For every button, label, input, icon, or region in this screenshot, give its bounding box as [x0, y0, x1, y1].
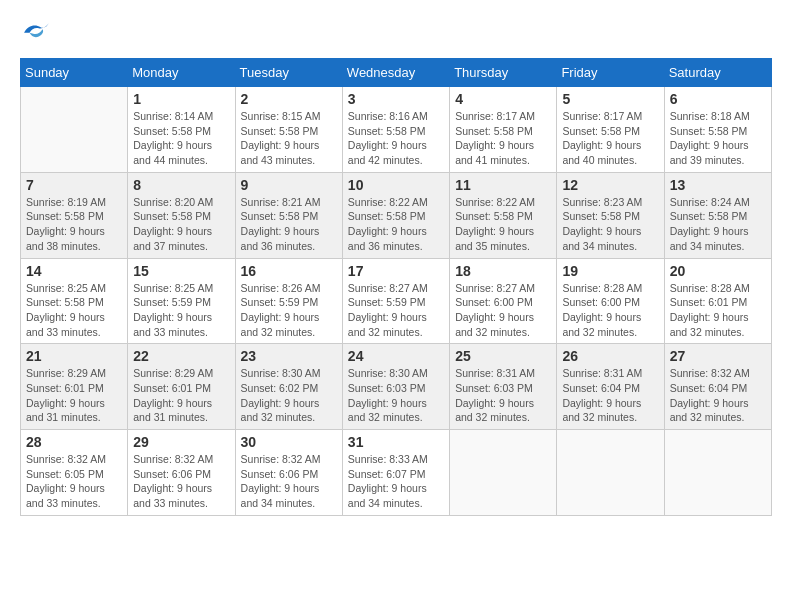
weekday-header-sunday: Sunday — [21, 59, 128, 87]
day-number: 16 — [241, 263, 337, 279]
day-info: Sunrise: 8:31 AMSunset: 6:04 PMDaylight:… — [562, 366, 658, 425]
calendar-cell: 15Sunrise: 8:25 AMSunset: 5:59 PMDayligh… — [128, 258, 235, 344]
calendar-cell: 26Sunrise: 8:31 AMSunset: 6:04 PMDayligh… — [557, 344, 664, 430]
calendar-cell: 25Sunrise: 8:31 AMSunset: 6:03 PMDayligh… — [450, 344, 557, 430]
day-number: 12 — [562, 177, 658, 193]
calendar-week-row: 1Sunrise: 8:14 AMSunset: 5:58 PMDaylight… — [21, 87, 772, 173]
day-number: 6 — [670, 91, 766, 107]
day-number: 20 — [670, 263, 766, 279]
day-number: 1 — [133, 91, 229, 107]
day-info: Sunrise: 8:31 AMSunset: 6:03 PMDaylight:… — [455, 366, 551, 425]
day-info: Sunrise: 8:23 AMSunset: 5:58 PMDaylight:… — [562, 195, 658, 254]
calendar-cell: 8Sunrise: 8:20 AMSunset: 5:58 PMDaylight… — [128, 172, 235, 258]
day-number: 10 — [348, 177, 444, 193]
day-number: 25 — [455, 348, 551, 364]
weekday-header-row: SundayMondayTuesdayWednesdayThursdayFrid… — [21, 59, 772, 87]
day-info: Sunrise: 8:28 AMSunset: 6:01 PMDaylight:… — [670, 281, 766, 340]
day-number: 7 — [26, 177, 122, 193]
day-info: Sunrise: 8:28 AMSunset: 6:00 PMDaylight:… — [562, 281, 658, 340]
day-info: Sunrise: 8:20 AMSunset: 5:58 PMDaylight:… — [133, 195, 229, 254]
calendar-cell: 23Sunrise: 8:30 AMSunset: 6:02 PMDayligh… — [235, 344, 342, 430]
day-number: 27 — [670, 348, 766, 364]
page-header — [20, 20, 772, 42]
day-info: Sunrise: 8:14 AMSunset: 5:58 PMDaylight:… — [133, 109, 229, 168]
day-info: Sunrise: 8:24 AMSunset: 5:58 PMDaylight:… — [670, 195, 766, 254]
day-number: 22 — [133, 348, 229, 364]
calendar-cell: 5Sunrise: 8:17 AMSunset: 5:58 PMDaylight… — [557, 87, 664, 173]
day-number: 11 — [455, 177, 551, 193]
day-info: Sunrise: 8:19 AMSunset: 5:58 PMDaylight:… — [26, 195, 122, 254]
day-info: Sunrise: 8:32 AMSunset: 6:04 PMDaylight:… — [670, 366, 766, 425]
day-info: Sunrise: 8:27 AMSunset: 6:00 PMDaylight:… — [455, 281, 551, 340]
day-info: Sunrise: 8:17 AMSunset: 5:58 PMDaylight:… — [562, 109, 658, 168]
day-number: 30 — [241, 434, 337, 450]
calendar-cell: 18Sunrise: 8:27 AMSunset: 6:00 PMDayligh… — [450, 258, 557, 344]
day-info: Sunrise: 8:29 AMSunset: 6:01 PMDaylight:… — [133, 366, 229, 425]
day-info: Sunrise: 8:21 AMSunset: 5:58 PMDaylight:… — [241, 195, 337, 254]
calendar-cell: 3Sunrise: 8:16 AMSunset: 5:58 PMDaylight… — [342, 87, 449, 173]
weekday-header-wednesday: Wednesday — [342, 59, 449, 87]
weekday-header-monday: Monday — [128, 59, 235, 87]
calendar-cell: 28Sunrise: 8:32 AMSunset: 6:05 PMDayligh… — [21, 430, 128, 516]
calendar-cell: 30Sunrise: 8:32 AMSunset: 6:06 PMDayligh… — [235, 430, 342, 516]
calendar-cell: 16Sunrise: 8:26 AMSunset: 5:59 PMDayligh… — [235, 258, 342, 344]
calendar-cell — [21, 87, 128, 173]
day-number: 18 — [455, 263, 551, 279]
calendar-cell: 10Sunrise: 8:22 AMSunset: 5:58 PMDayligh… — [342, 172, 449, 258]
calendar-cell: 14Sunrise: 8:25 AMSunset: 5:58 PMDayligh… — [21, 258, 128, 344]
day-info: Sunrise: 8:25 AMSunset: 5:58 PMDaylight:… — [26, 281, 122, 340]
calendar-cell: 24Sunrise: 8:30 AMSunset: 6:03 PMDayligh… — [342, 344, 449, 430]
day-info: Sunrise: 8:26 AMSunset: 5:59 PMDaylight:… — [241, 281, 337, 340]
day-number: 19 — [562, 263, 658, 279]
day-info: Sunrise: 8:32 AMSunset: 6:06 PMDaylight:… — [241, 452, 337, 511]
calendar-cell: 1Sunrise: 8:14 AMSunset: 5:58 PMDaylight… — [128, 87, 235, 173]
calendar-cell: 13Sunrise: 8:24 AMSunset: 5:58 PMDayligh… — [664, 172, 771, 258]
calendar-week-row: 14Sunrise: 8:25 AMSunset: 5:58 PMDayligh… — [21, 258, 772, 344]
day-info: Sunrise: 8:22 AMSunset: 5:58 PMDaylight:… — [348, 195, 444, 254]
day-info: Sunrise: 8:32 AMSunset: 6:06 PMDaylight:… — [133, 452, 229, 511]
day-info: Sunrise: 8:27 AMSunset: 5:59 PMDaylight:… — [348, 281, 444, 340]
calendar-week-row: 21Sunrise: 8:29 AMSunset: 6:01 PMDayligh… — [21, 344, 772, 430]
day-number: 23 — [241, 348, 337, 364]
day-number: 5 — [562, 91, 658, 107]
calendar-cell: 2Sunrise: 8:15 AMSunset: 5:58 PMDaylight… — [235, 87, 342, 173]
day-number: 15 — [133, 263, 229, 279]
day-number: 8 — [133, 177, 229, 193]
day-info: Sunrise: 8:22 AMSunset: 5:58 PMDaylight:… — [455, 195, 551, 254]
day-number: 21 — [26, 348, 122, 364]
calendar-week-row: 28Sunrise: 8:32 AMSunset: 6:05 PMDayligh… — [21, 430, 772, 516]
day-number: 9 — [241, 177, 337, 193]
calendar-cell: 9Sunrise: 8:21 AMSunset: 5:58 PMDaylight… — [235, 172, 342, 258]
calendar-cell: 22Sunrise: 8:29 AMSunset: 6:01 PMDayligh… — [128, 344, 235, 430]
calendar-cell: 27Sunrise: 8:32 AMSunset: 6:04 PMDayligh… — [664, 344, 771, 430]
day-number: 24 — [348, 348, 444, 364]
calendar-cell: 19Sunrise: 8:28 AMSunset: 6:00 PMDayligh… — [557, 258, 664, 344]
calendar-table: SundayMondayTuesdayWednesdayThursdayFrid… — [20, 58, 772, 516]
day-number: 13 — [670, 177, 766, 193]
calendar-cell: 7Sunrise: 8:19 AMSunset: 5:58 PMDaylight… — [21, 172, 128, 258]
logo — [20, 20, 50, 42]
calendar-cell: 11Sunrise: 8:22 AMSunset: 5:58 PMDayligh… — [450, 172, 557, 258]
weekday-header-tuesday: Tuesday — [235, 59, 342, 87]
day-info: Sunrise: 8:15 AMSunset: 5:58 PMDaylight:… — [241, 109, 337, 168]
day-number: 2 — [241, 91, 337, 107]
day-info: Sunrise: 8:29 AMSunset: 6:01 PMDaylight:… — [26, 366, 122, 425]
logo-bird-icon — [22, 20, 50, 42]
day-info: Sunrise: 8:30 AMSunset: 6:03 PMDaylight:… — [348, 366, 444, 425]
weekday-header-saturday: Saturday — [664, 59, 771, 87]
calendar-cell: 12Sunrise: 8:23 AMSunset: 5:58 PMDayligh… — [557, 172, 664, 258]
day-info: Sunrise: 8:16 AMSunset: 5:58 PMDaylight:… — [348, 109, 444, 168]
calendar-cell: 29Sunrise: 8:32 AMSunset: 6:06 PMDayligh… — [128, 430, 235, 516]
day-number: 31 — [348, 434, 444, 450]
day-info: Sunrise: 8:18 AMSunset: 5:58 PMDaylight:… — [670, 109, 766, 168]
day-number: 3 — [348, 91, 444, 107]
calendar-cell: 17Sunrise: 8:27 AMSunset: 5:59 PMDayligh… — [342, 258, 449, 344]
calendar-cell — [664, 430, 771, 516]
calendar-cell: 20Sunrise: 8:28 AMSunset: 6:01 PMDayligh… — [664, 258, 771, 344]
day-number: 17 — [348, 263, 444, 279]
day-number: 14 — [26, 263, 122, 279]
weekday-header-friday: Friday — [557, 59, 664, 87]
day-number: 4 — [455, 91, 551, 107]
calendar-cell — [557, 430, 664, 516]
calendar-week-row: 7Sunrise: 8:19 AMSunset: 5:58 PMDaylight… — [21, 172, 772, 258]
